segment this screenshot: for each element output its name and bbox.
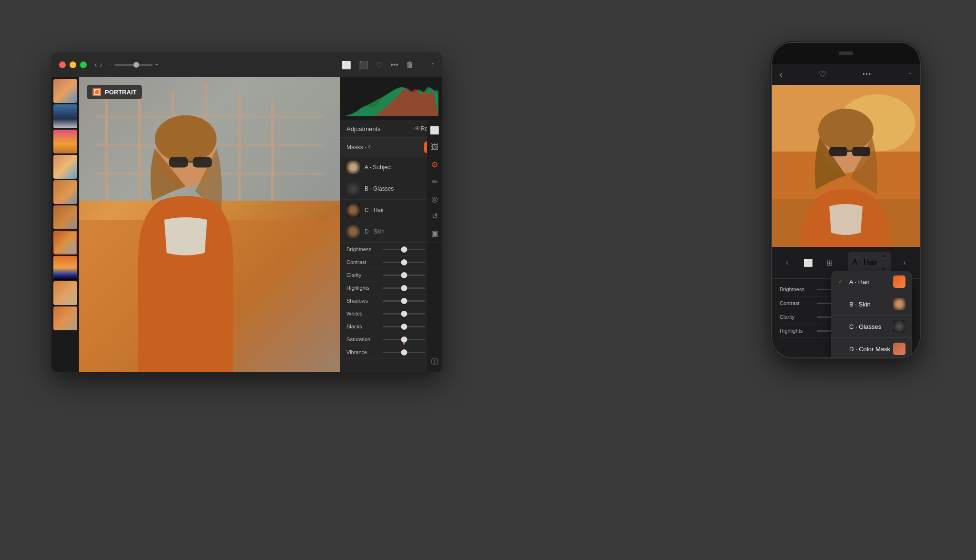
histogram — [340, 77, 442, 120]
phone-prev-icon[interactable]: ‹ — [780, 255, 795, 270]
filmstrip-item[interactable] — [53, 130, 77, 153]
saturation-thumb[interactable] — [401, 336, 407, 343]
crop-panel-icon[interactable]: ⬜ — [428, 124, 441, 136]
mask-thumb-glasses — [346, 182, 360, 195]
dropdown-label-skin: B · Skin — [849, 301, 893, 308]
filmstrip-item[interactable] — [53, 306, 77, 330]
whites-track[interactable] — [383, 313, 425, 315]
heart-icon[interactable]: ♡ — [376, 61, 383, 70]
brightness-thumb[interactable] — [401, 246, 407, 253]
svg-rect-25 — [829, 147, 847, 156]
blacks-thumb[interactable] — [401, 324, 407, 330]
photo-background — [79, 77, 340, 372]
filmstrip-item[interactable] — [53, 79, 77, 103]
trim-icon[interactable]: ⬛ — [359, 61, 368, 70]
forward-arrow-icon[interactable]: › — [100, 61, 102, 69]
phone-share-icon[interactable]: ↑ — [908, 70, 912, 80]
phone-notch — [772, 43, 920, 64]
info-panel-icon[interactable]: ⓘ — [428, 356, 441, 368]
zoom-control[interactable]: − + — [108, 61, 159, 68]
brightness-track[interactable] — [383, 249, 425, 250]
clarity-label: Clarity — [346, 272, 379, 278]
filmstrip-item[interactable] — [53, 256, 77, 280]
saturation-track[interactable] — [383, 339, 425, 340]
phone: ‹ ♡ ••• ↑ — [772, 43, 920, 357]
phone-layers-icon[interactable]: ⊞ — [822, 255, 837, 270]
right-panel: ⬜ 🖼 ⚙ ✏ ◎ ↺ ▣ ⓘ Adjustments 👁 Reset Mask… — [340, 77, 442, 372]
phone-photo — [772, 85, 920, 247]
dropdown-thumb-skin — [893, 298, 905, 310]
phone-contrast-label: Contrast — [780, 300, 813, 306]
close-button[interactable] — [59, 61, 66, 68]
contrast-track[interactable] — [383, 262, 425, 263]
shadows-thumb[interactable] — [401, 298, 407, 304]
trash-icon[interactable]: 🗑 — [406, 61, 414, 69]
photos-panel-icon[interactable]: 🖼 — [428, 141, 441, 153]
dropdown-item-hair[interactable]: ✓ A · Hair — [831, 271, 912, 293]
zoom-plus-icon[interactable]: + — [155, 61, 159, 68]
brightness-label: Brightness — [346, 246, 379, 252]
clarity-track[interactable] — [383, 275, 425, 276]
contrast-thumb[interactable] — [401, 259, 407, 265]
svg-rect-26 — [852, 147, 870, 156]
clarity-thumb[interactable] — [401, 272, 407, 278]
phone-more-icon[interactable]: ••• — [863, 71, 872, 78]
svg-rect-27 — [847, 150, 853, 152]
dropdown-item-glasses[interactable]: C · Glasses — [831, 316, 912, 338]
filmstrip-item[interactable] — [53, 155, 77, 179]
portrait-badge: PORTRAIT — [87, 85, 142, 99]
crop-icon[interactable]: ⬜ — [342, 61, 351, 70]
phone-clarity-label: Clarity — [780, 314, 813, 320]
more-icon[interactable]: ••• — [390, 61, 398, 69]
minimize-button[interactable] — [70, 61, 76, 68]
vibrance-track[interactable] — [383, 352, 425, 353]
share-icon[interactable]: ↑ — [431, 61, 435, 69]
phone-heart-icon[interactable]: ♡ — [819, 69, 826, 80]
filmstrip-item[interactable] — [53, 205, 77, 229]
maximize-button[interactable] — [80, 61, 87, 68]
mask-item-skin[interactable]: D · Skin ⌄ — [340, 221, 442, 243]
traffic-lights — [59, 61, 87, 68]
filmstrip-item[interactable] — [53, 104, 77, 128]
highlights-thumb[interactable] — [401, 285, 407, 291]
phone-next-icon[interactable]: › — [897, 255, 912, 270]
phone-crop-icon[interactable]: ⬜ — [801, 255, 816, 270]
adjust-panel-icon[interactable]: ⚙ — [428, 158, 441, 171]
filmstrip — [51, 77, 79, 372]
history-panel-icon[interactable]: ↺ — [428, 210, 441, 222]
filmstrip-item[interactable] — [53, 281, 77, 305]
shadows-label: Shadows — [346, 298, 379, 304]
phone-bottom-panel: ‹ ⬜ ⊞ A · Hair ⌃⌄ › ✓ A · Hair — [772, 247, 920, 357]
zoom-minus-icon[interactable]: − — [108, 61, 112, 68]
mask-thumb-subject — [346, 161, 360, 174]
blacks-label: Blacks — [346, 324, 379, 329]
mask-label-subject: A · Subject — [365, 164, 432, 171]
edit-panel-icon[interactable]: ✏ — [428, 175, 441, 188]
highlights-label: Highlights — [346, 285, 379, 291]
phone-frame: ‹ ♡ ••• ↑ — [772, 43, 920, 357]
phone-dropdown: ✓ A · Hair B · Skin C · Glasses — [831, 271, 912, 357]
dropdown-label-glasses: C · Glasses — [849, 323, 893, 330]
filmstrip-item[interactable] — [53, 180, 77, 204]
dropdown-item-skin[interactable]: B · Skin — [831, 293, 912, 316]
eye-icon[interactable]: 👁 — [414, 125, 421, 132]
filmstrip-item-active[interactable] — [53, 231, 77, 255]
blacks-track[interactable] — [383, 326, 425, 327]
highlights-track[interactable] — [383, 287, 425, 289]
mask-thumb-skin — [346, 225, 360, 238]
dropdown-item-colormask[interactable]: D · Color Mask — [831, 338, 912, 357]
dropdown-thumb-hair — [893, 275, 905, 288]
whites-thumb[interactable] — [401, 311, 407, 317]
svg-rect-14 — [193, 157, 212, 167]
vibrance-thumb[interactable] — [401, 349, 407, 356]
mask-panel-icon[interactable]: ◎ — [428, 193, 441, 205]
title-bar: ‹ › − + ⬜ ⬛ ♡ ••• 🗑 ↑ — [51, 52, 442, 77]
mask-label-skin: D · Skin — [365, 228, 432, 235]
main-photo: PORTRAIT — [79, 77, 340, 372]
phone-mask-label: A · Hair — [853, 258, 877, 267]
shadows-track[interactable] — [383, 300, 425, 302]
phone-back-icon[interactable]: ‹ — [780, 70, 783, 80]
back-arrow-icon[interactable]: ‹ — [94, 61, 97, 69]
portrait-label: PORTRAIT — [105, 89, 136, 96]
zoom-slider[interactable] — [114, 64, 152, 66]
